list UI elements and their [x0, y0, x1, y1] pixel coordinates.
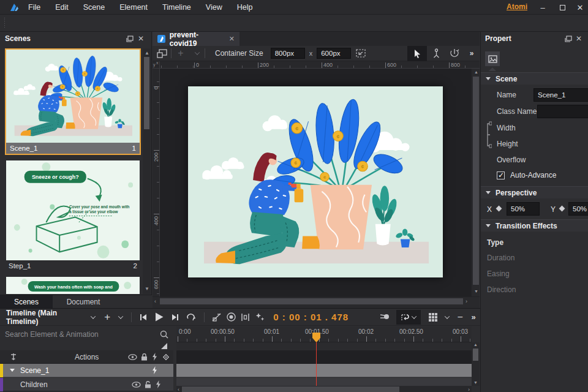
- go-to-end-button[interactable]: [168, 309, 184, 326]
- timeline-scroll-right-arrow[interactable]: ›: [468, 386, 470, 392]
- eye-icon[interactable]: [132, 382, 141, 388]
- document-tab-close-icon[interactable]: ✕: [229, 35, 235, 43]
- timeline-scroll-up-arrow[interactable]: ▲: [473, 342, 478, 347]
- search-icon[interactable]: [160, 330, 168, 339]
- timeline-search-input[interactable]: Search Element & Animation: [5, 330, 160, 339]
- timeline-add-chevron[interactable]: [114, 309, 127, 326]
- scene-canvas[interactable]: [188, 86, 443, 277]
- perspective-y-input[interactable]: 50%: [568, 202, 588, 216]
- section-header-scene[interactable]: Scene: [481, 72, 588, 85]
- canvas-viewport[interactable]: [160, 69, 471, 296]
- canvas-scroll-up-arrow[interactable]: ▲: [474, 70, 478, 74]
- timeline-grid-button[interactable]: [426, 309, 442, 326]
- close-window-button[interactable]: ✕: [572, 0, 588, 15]
- scene-thumbnail-1[interactable]: Scene_1 1: [5, 48, 141, 155]
- timeline-ruler[interactable]: 0:00 00:00.50 00:01 00:01.50 00:02 00:02…: [176, 326, 472, 342]
- canvas-v-scrollbar[interactable]: ▲ ▼: [471, 69, 480, 296]
- auto-keyframe-mode-button[interactable]: [209, 309, 224, 326]
- name-input[interactable]: Scene_1: [533, 88, 588, 102]
- container-width-input[interactable]: 800px: [271, 48, 305, 59]
- grid-chevron[interactable]: [441, 309, 453, 326]
- timeline-select-chevron[interactable]: [86, 309, 101, 326]
- scene-thumbnail-2[interactable]: Step_1 2: [6, 160, 140, 271]
- perspective-y-keyframe-icon[interactable]: [559, 206, 565, 212]
- add-timeline-button[interactable]: +: [100, 309, 114, 326]
- fit-to-container-button[interactable]: [351, 46, 371, 61]
- play-button[interactable]: [151, 309, 167, 326]
- track-row-scene1[interactable]: Scene_1: [0, 364, 173, 377]
- timeline-v-scrollbar-thumb[interactable]: [473, 349, 478, 361]
- lock-icon[interactable]: [141, 353, 148, 361]
- go-to-start-button[interactable]: [135, 309, 151, 326]
- container-dropdown-chevron[interactable]: [190, 46, 205, 61]
- scenes-scroll-down-arrow[interactable]: ▼: [145, 286, 149, 292]
- scenes-scrollbar-thumb[interactable]: [144, 57, 149, 129]
- brand-link[interactable]: Atomi: [507, 2, 527, 11]
- comet-trail-button[interactable]: [377, 309, 393, 326]
- canvas-toolbar-overflow-button[interactable]: »: [464, 46, 480, 61]
- anchor-tool-button[interactable]: [427, 46, 445, 61]
- menu-file[interactable]: File: [21, 0, 48, 15]
- track-row-children[interactable]: Children: [0, 378, 173, 391]
- auto-keyframe-range-button[interactable]: [224, 309, 238, 326]
- add-animation-button[interactable]: [253, 309, 268, 326]
- tab-scenes[interactable]: Scenes: [0, 295, 53, 309]
- timeline-h-scrollbar[interactable]: ‹ ›: [176, 386, 472, 392]
- bolt-icon[interactable]: [152, 353, 157, 361]
- eye-icon[interactable]: [128, 354, 137, 360]
- scenes-scrollbar[interactable]: ▲ ▼: [143, 48, 151, 294]
- timeline-scroll-left-arrow[interactable]: ‹: [178, 386, 179, 392]
- keyframe-range-button[interactable]: [238, 309, 253, 326]
- menu-help[interactable]: Help: [230, 0, 260, 15]
- timeline-actions-row[interactable]: Actions: [0, 350, 173, 364]
- scene-thumbnail-3[interactable]: [6, 277, 140, 294]
- timeline-overflow-button[interactable]: »: [467, 309, 480, 326]
- scene1-expand-caret[interactable]: [10, 369, 15, 372]
- float-properties-button[interactable]: [563, 34, 574, 43]
- scene1-duration-bar[interactable]: [176, 364, 472, 377]
- snapping-button[interactable]: [396, 310, 421, 325]
- bolt-icon[interactable]: [152, 366, 157, 374]
- loop-playback-button[interactable]: [183, 309, 199, 326]
- float-panel-button[interactable]: [124, 34, 135, 43]
- collapse-column-handle[interactable]: [161, 343, 167, 349]
- unlock-icon[interactable]: [145, 381, 151, 388]
- scenes-scroll-up-arrow[interactable]: ▲: [145, 50, 149, 56]
- timeline-h-scrollbar-thumb[interactable]: [182, 386, 399, 392]
- bolt-icon[interactable]: [156, 380, 161, 388]
- add-container-button[interactable]: +: [172, 46, 190, 61]
- menu-view[interactable]: View: [198, 0, 230, 15]
- close-properties-button[interactable]: ✕: [574, 34, 584, 43]
- section-header-perspective[interactable]: Perspective: [481, 186, 588, 198]
- properties-tab-general[interactable]: [485, 51, 500, 66]
- canvas-scroll-left-arrow[interactable]: ‹: [154, 298, 156, 304]
- section-header-transition[interactable]: Transition Effects: [481, 219, 588, 232]
- class-name-input[interactable]: [537, 105, 588, 118]
- timeline-v-scrollbar[interactable]: ▲ ▼: [472, 342, 480, 386]
- maximize-button[interactable]: [554, 0, 571, 15]
- container-height-input[interactable]: 600px: [317, 48, 351, 59]
- responsive-mode-button[interactable]: [153, 46, 171, 61]
- tab-document[interactable]: Document: [53, 295, 114, 309]
- canvas-h-scrollbar[interactable]: ‹ ›: [153, 296, 480, 305]
- menu-edit[interactable]: Edit: [48, 0, 76, 15]
- canvas-h-scrollbar-thumb[interactable]: [160, 298, 463, 304]
- rotate-tool-button[interactable]: [445, 46, 464, 61]
- select-tool-button[interactable]: [407, 46, 427, 61]
- actions-lane[interactable]: [176, 350, 472, 364]
- link-width-height-icon[interactable]: [486, 121, 492, 148]
- canvas-scroll-right-arrow[interactable]: ›: [466, 298, 467, 304]
- menu-timeline[interactable]: Timeline: [155, 0, 198, 15]
- document-tab[interactable]: prevent-covid19 ✕: [153, 32, 239, 46]
- keyframe-diamond-icon[interactable]: [162, 353, 170, 361]
- minimize-button[interactable]: –: [534, 0, 551, 15]
- timeline-scroll-down-arrow[interactable]: ▼: [473, 380, 478, 385]
- menu-element[interactable]: Element: [112, 0, 155, 15]
- perspective-x-keyframe-icon[interactable]: [496, 206, 502, 212]
- canvas-scroll-down-arrow[interactable]: ▼: [474, 289, 478, 293]
- close-panel-button[interactable]: ✕: [135, 34, 146, 43]
- perspective-x-input[interactable]: 50%: [507, 202, 540, 216]
- canvas-v-scrollbar-thumb[interactable]: [473, 77, 479, 285]
- auto-advance-checkbox[interactable]: [497, 172, 505, 179]
- remove-track-button[interactable]: −: [453, 309, 467, 326]
